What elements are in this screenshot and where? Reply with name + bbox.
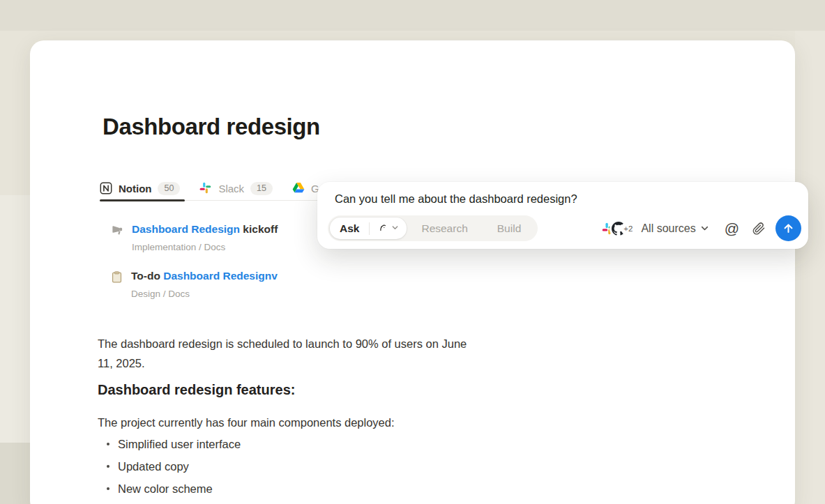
mode-selector: Ask Research Build	[328, 215, 538, 241]
paragraph-components: The project currently has four main comp…	[98, 413, 395, 433]
desktop-background: Dashboard redesign Notion 50 Slack 15	[0, 0, 825, 504]
mention-button[interactable]: @	[725, 221, 739, 236]
notion-page-card: Dashboard redesign Notion 50 Slack 15	[30, 40, 795, 504]
search-result-todo[interactable]: To-do Dashboard Redesignv Design / Docs	[111, 270, 278, 299]
notion-icon	[100, 182, 112, 194]
paperclip-icon	[752, 222, 766, 236]
mode-build-button[interactable]: Build	[483, 222, 536, 235]
result-title: Dashboard Redesign kickoff	[132, 223, 278, 236]
ask-input[interactable]: Can you tell me about the dashboard rede…	[335, 192, 577, 206]
mode-ask-button[interactable]: Ask	[330, 222, 369, 235]
mode-research-button[interactable]: Research	[407, 222, 482, 235]
result-title: To-do Dashboard Redesignv	[131, 270, 278, 282]
result-title-suffix: kickoff	[240, 223, 278, 235]
active-mode-segment: Ask	[330, 217, 407, 239]
megaphone-icon	[112, 224, 123, 236]
sources-label: All sources	[641, 222, 695, 235]
result-breadcrumb: Design / Docs	[131, 289, 278, 299]
page-title: Dashboard redesign	[103, 114, 320, 140]
more-sources-badge: +2	[622, 224, 634, 234]
result-link[interactable]: Dashboard Redesignv	[163, 270, 278, 282]
arrow-up-icon	[782, 222, 795, 235]
bullet-text: Updated copy	[118, 460, 189, 473]
tab-count-badge: 50	[158, 182, 180, 195]
tab-count-badge: 15	[250, 182, 273, 195]
send-button[interactable]	[775, 215, 801, 241]
ai-ask-box: Can you tell me about the dashboard rede…	[317, 182, 808, 249]
result-breadcrumb: Implementation / Docs	[132, 242, 278, 252]
chevron-down-icon	[700, 224, 709, 233]
result-title-prefix: To-do	[131, 270, 163, 282]
heading-features: Dashboard redesign features:	[98, 382, 295, 398]
tab-slack[interactable]: Slack 15	[199, 182, 273, 195]
sources-selector[interactable]: +2 All sources	[602, 221, 709, 236]
source-icons: +2	[602, 221, 634, 236]
tab-label: Slack	[218, 183, 244, 194]
bullet-text: Simplified user interface	[118, 438, 241, 451]
bullet-item: Simplified user interface	[98, 433, 241, 455]
features-list: Simplified user interface Updated copy N…	[98, 433, 241, 504]
clipboard-icon	[111, 271, 123, 283]
bullet-text: New color scheme	[118, 482, 213, 496]
slack-icon	[199, 182, 212, 194]
right-controls: +2 All sources @	[602, 215, 801, 241]
model-selector-button[interactable]	[370, 217, 407, 239]
active-tab-indicator	[100, 199, 185, 201]
bullet-item: Updated copy	[98, 455, 241, 478]
bullet-item: Interactive buttons	[98, 500, 241, 504]
chevron-down-icon	[391, 223, 399, 234]
ask-controls: Ask Research Build	[328, 215, 801, 241]
result-link[interactable]: Dashboard Redesign	[132, 223, 240, 235]
result-content: To-do Dashboard Redesignv Design / Docs	[131, 270, 278, 299]
attach-button[interactable]	[752, 222, 766, 236]
background-patch	[0, 0, 825, 31]
background-patch	[795, 31, 825, 504]
google-drive-icon	[292, 182, 305, 194]
bullet-item: New color scheme	[98, 478, 241, 500]
paragraph-launch: The dashboard redesign is scheduled to l…	[98, 335, 471, 373]
ai-model-icon	[377, 222, 388, 235]
result-content: Dashboard Redesign kickoff Implementatio…	[132, 223, 278, 252]
tab-notion[interactable]: Notion 50	[100, 182, 180, 195]
tab-label: Notion	[119, 183, 151, 194]
search-result-kickoff[interactable]: Dashboard Redesign kickoff Implementatio…	[112, 223, 278, 252]
